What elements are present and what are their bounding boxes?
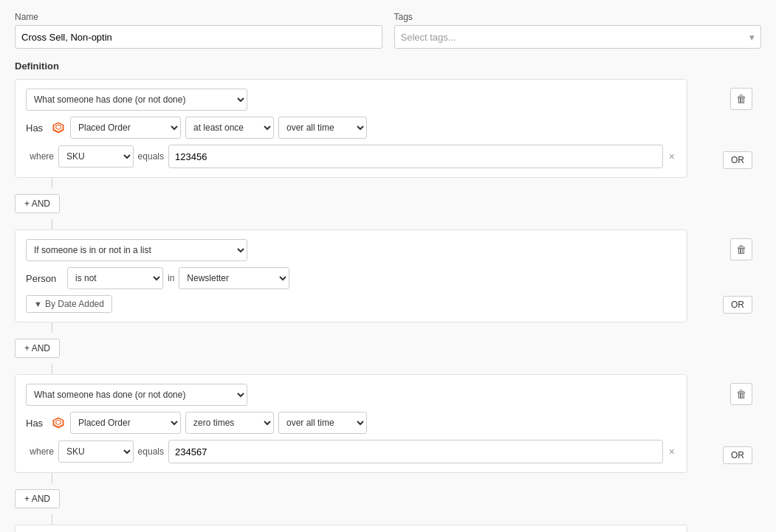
frequency-select-3[interactable]: zero times [185,412,274,434]
delete-button-3[interactable]: 🗑 [730,383,752,405]
value-input-3[interactable] [168,440,663,463]
page-container: Name Tags Select tags... ▾ Definition Wh… [0,0,776,532]
person-row-2: Person is not in Newsletter [26,267,676,289]
has-label-3: Has [26,418,47,429]
or-button-2[interactable]: OR [723,296,752,314]
in-label-2: in [168,273,174,283]
magento-icon-3 [51,415,66,430]
where-label-3: where [26,446,54,457]
name-field-group: Name [15,12,382,49]
or-button-3[interactable]: OR [723,446,752,464]
condition-content-3: What someone has done (or not done) Has … [15,374,687,473]
clear-value-1[interactable]: × [667,151,676,162]
name-input[interactable] [15,25,382,49]
equals-label-1: equals [138,151,164,162]
type-row-2: If someone is in or not in a list [26,239,676,261]
condition-type-select-2[interactable]: If someone is in or not in a list [26,239,247,261]
event-select-3[interactable]: Placed Order [70,412,181,434]
time-select-1[interactable]: over all time [278,117,367,139]
condition-block-4: What someone has done (or not done) Has … [15,525,761,532]
condition-block-3: What someone has done (or not done) Has … [15,374,761,473]
delete-button-1[interactable]: 🗑 [730,88,752,110]
condition-type-select-3[interactable]: What someone has done (or not done) [26,384,247,406]
condition-content-2: If someone is in or not in a list Person… [15,229,687,322]
condition-block-2: If someone is in or not in a list Person… [15,229,761,322]
tags-select[interactable]: Select tags... ▾ [394,25,762,49]
connector-line-3 [52,322,52,333]
connector-line-5 [52,473,52,483]
and-button-3[interactable]: + AND [15,489,60,508]
event-select-1[interactable]: Placed Order [70,117,181,139]
and-button-2[interactable]: + AND [15,339,60,358]
person-label-2: Person [26,273,63,284]
connector-line-6 [52,514,52,525]
or-button-1[interactable]: OR [723,151,752,169]
has-label-1: Has [26,122,47,134]
tags-placeholder: Select tags... [401,32,456,43]
tags-field-group: Tags Select tags... ▾ [394,12,762,49]
condition-type-select-1[interactable]: What someone has done (or not done) [26,89,247,111]
type-row-1: What someone has done (or not done) [26,89,676,111]
delete-button-2[interactable]: 🗑 [730,238,752,260]
condition-block-1: What someone has done (or not done) Has … [15,79,761,178]
property-select-3[interactable]: SKU [58,441,134,463]
time-select-3[interactable]: over all time [278,412,367,434]
has-row-3: Has Placed Order zero times over all tim… [26,412,676,434]
by-date-label-2: By Date Added [45,299,104,309]
where-row-1: where SKU equals × [26,145,676,168]
filter-icon-2: ▼ [34,300,42,308]
clear-value-3[interactable]: × [667,446,676,457]
magento-icon-1 [51,120,66,135]
tags-dropdown-arrow: ▾ [749,32,755,43]
has-row-1: Has Placed Order at least once over all … [26,117,676,139]
where-label-1: where [26,151,54,162]
and-button-1[interactable]: + AND [15,194,60,213]
connector-line-4 [52,364,52,374]
trash-icon-2: 🗑 [736,243,746,255]
name-label: Name [15,12,382,22]
condition-content-4: What someone has done (or not done) Has … [15,525,687,532]
top-row: Name Tags Select tags... ▾ [15,12,761,49]
trash-icon-3: 🗑 [736,388,746,400]
person-status-select-2[interactable]: is not [67,267,163,289]
list-select-2[interactable]: Newsletter [179,267,289,289]
equals-label-3: equals [138,446,164,457]
by-date-row-2: ▼ By Date Added [26,295,676,313]
connector-line-1 [52,178,52,188]
property-select-1[interactable]: SKU [58,145,134,167]
where-row-3: where SKU equals × [26,440,676,463]
condition-content-1: What someone has done (or not done) Has … [15,79,687,178]
by-date-button-2[interactable]: ▼ By Date Added [26,295,112,313]
tags-label: Tags [394,12,762,22]
definition-label: Definition [15,61,761,72]
connector-line-2 [52,219,52,229]
value-input-1[interactable] [168,145,663,168]
frequency-select-1[interactable]: at least once [185,117,274,139]
trash-icon-1: 🗑 [736,93,746,105]
type-row-3: What someone has done (or not done) [26,384,676,406]
